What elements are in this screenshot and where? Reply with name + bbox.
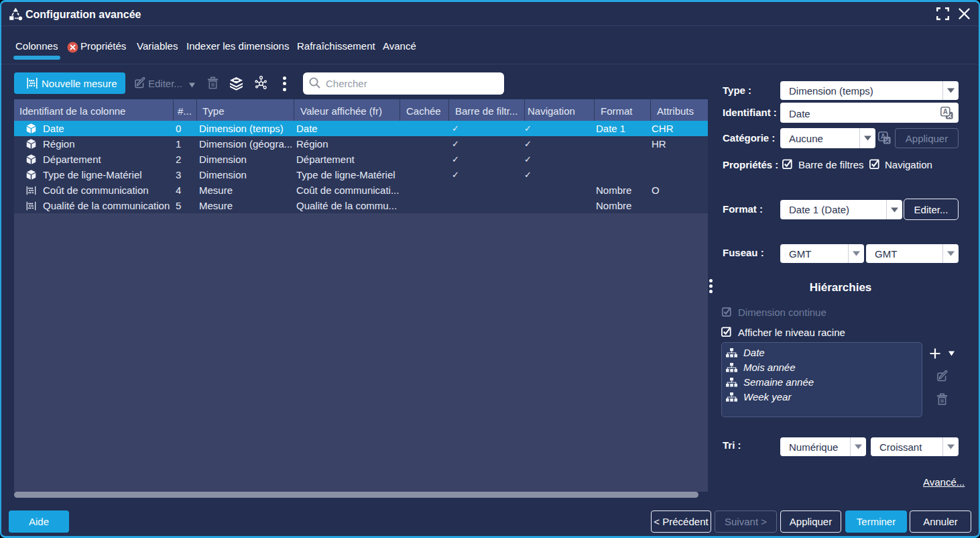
- svg-text:A: A: [943, 108, 948, 115]
- svg-text:A: A: [881, 133, 885, 140]
